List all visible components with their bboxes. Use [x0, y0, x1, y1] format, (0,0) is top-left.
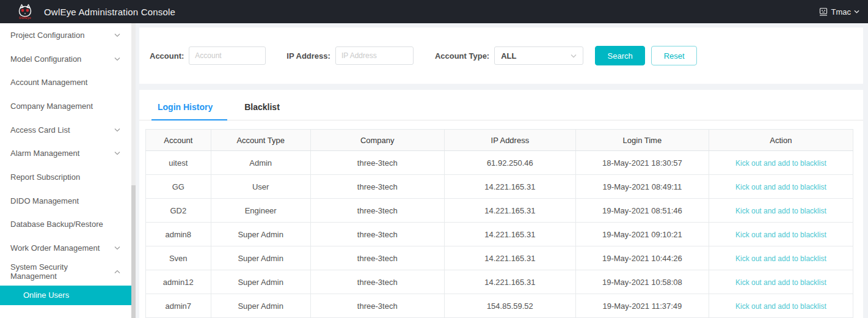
cell-action: Kick out and add to blacklist: [709, 199, 853, 223]
sidebar-item-model-configuration[interactable]: Model Configuration: [0, 47, 131, 71]
sidebar-item-label: Model Configuration: [10, 54, 114, 64]
cell-action: Kick out and add to blacklist: [709, 270, 853, 294]
table-row: GG User three-3tech 14.221.165.31 19-May…: [146, 175, 853, 199]
content-panel: Login History Blacklist Account Account …: [139, 90, 863, 318]
account-type-select[interactable]: ALL: [494, 46, 583, 65]
cell-login-time: 19-May-2021 11:37:49: [576, 294, 709, 318]
sidebar-item-work-order-management[interactable]: Work Order Management: [0, 236, 131, 260]
cell-account-type: Super Admin: [211, 246, 310, 270]
cell-account: GD2: [146, 199, 211, 223]
cell-login-time: 19-May-2021 10:44:26: [576, 246, 709, 270]
cell-account-type: Engineer: [211, 199, 310, 223]
cell-account: admin12: [146, 270, 211, 294]
search-filter-panel: Account: IP Address: Account Type: ALL S…: [139, 28, 863, 84]
id-badge-icon: [819, 7, 828, 17]
cell-login-time: 18-May-2021 18:30:57: [576, 151, 709, 175]
sidebar-item-label: Project Configuration: [10, 31, 114, 40]
tab-blacklist[interactable]: Blacklist: [241, 102, 283, 120]
sidebar-item-system-security-management[interactable]: System Security Management: [0, 260, 131, 284]
reset-button[interactable]: Reset: [651, 46, 697, 65]
kick-out-blacklist-link[interactable]: Kick out and add to blacklist: [735, 159, 826, 168]
cell-account-type: Super Admin: [211, 270, 310, 294]
kick-out-blacklist-link[interactable]: Kick out and add to blacklist: [735, 231, 826, 239]
account-input[interactable]: [189, 46, 266, 65]
cell-ip-address: 61.92.250.46: [444, 151, 575, 175]
col-header-company: Company: [310, 130, 444, 151]
table-header-row: Account Account Type Company IP Address …: [146, 130, 853, 151]
tab-login-history[interactable]: Login History: [154, 102, 216, 120]
cell-account: Sven: [146, 246, 211, 270]
table-row: uitest Admin three-3tech 61.92.250.46 18…: [146, 151, 853, 175]
sidebar-item-label: Online Users: [23, 290, 114, 300]
user-menu[interactable]: Tmac: [819, 7, 860, 17]
kick-out-blacklist-link[interactable]: Kick out and add to blacklist: [735, 207, 826, 215]
sidebar-item-database-backup-restore[interactable]: Database Backup/Restore: [0, 213, 131, 237]
table-row: GD2 Engineer three-3tech 14.221.165.31 1…: [146, 199, 853, 223]
col-header-ip-address: IP Address: [444, 130, 575, 151]
table-row: admin7 Super Admin three-3tech 154.85.59…: [146, 294, 853, 318]
cell-ip-address: 14.221.165.31: [444, 175, 575, 199]
owl-icon: [17, 4, 33, 17]
sidebar-item-label: Alarm Management: [10, 149, 114, 158]
sidebar-item-project-configuration[interactable]: Project Configuration: [0, 23, 131, 47]
chevron-icon: [114, 57, 120, 61]
kick-out-blacklist-link[interactable]: Kick out and add to blacklist: [735, 254, 826, 263]
sidebar-item-dido-management[interactable]: DIDO Management: [0, 189, 131, 213]
top-header: OwlEye OwlEye Administration Console Tma…: [0, 0, 868, 23]
sidebar-item-access-card-list[interactable]: Access Card List: [0, 118, 131, 142]
cell-action: Kick out and add to blacklist: [709, 246, 853, 270]
sidebar-item-alarm-management[interactable]: Alarm Management: [0, 141, 131, 165]
cell-account: admin8: [146, 223, 211, 246]
cell-account: GG: [146, 175, 211, 199]
sidebar-item-label: Report Subscription: [10, 172, 114, 182]
account-type-value: ALL: [501, 51, 571, 61]
account-type-label: Account Type:: [435, 51, 489, 61]
cell-ip-address: 154.85.59.52: [444, 294, 575, 318]
owleye-logo: OwlEye: [15, 4, 35, 20]
cell-company: three-3tech: [310, 199, 444, 223]
sidebar-item-label: Access Card List: [10, 125, 114, 135]
cell-company: three-3tech: [310, 246, 444, 270]
cell-account-type: User: [211, 175, 310, 199]
sidebar-nav: Project Configuration Model Configuratio…: [0, 23, 131, 318]
scrollbar-thumb[interactable]: [131, 185, 136, 318]
cell-login-time: 19-May-2021 09:10:21: [576, 223, 709, 246]
cell-ip-address: 14.221.165.31: [444, 270, 575, 294]
cell-ip-address: 14.221.165.31: [444, 199, 575, 223]
sidebar-item-label: Database Backup/Restore: [10, 220, 114, 229]
chevron-icon: [114, 128, 120, 132]
ip-address-input[interactable]: [335, 46, 414, 65]
chevron-icon: [114, 151, 120, 155]
chevron-down-icon: [854, 10, 859, 13]
sidebar-item-label: System Security Management: [10, 262, 114, 281]
sidebar-item-online-users[interactable]: Online Users: [0, 286, 131, 305]
cell-ip-address: 14.221.165.31: [444, 223, 575, 246]
col-header-account: Account: [146, 130, 211, 151]
search-button[interactable]: Search: [595, 46, 645, 65]
kick-out-blacklist-link[interactable]: Kick out and add to blacklist: [735, 183, 826, 191]
kick-out-blacklist-link[interactable]: Kick out and add to blacklist: [735, 302, 826, 311]
cell-login-time: 19-May-2021 08:49:11: [576, 175, 709, 199]
table-row: admin12 Super Admin three-3tech 14.221.1…: [146, 270, 853, 294]
cell-company: three-3tech: [310, 223, 444, 246]
sidebar-item-company-management[interactable]: Company Management: [0, 94, 131, 118]
sidebar-item-label: Work Order Management: [10, 243, 114, 253]
sidebar-scrollbar[interactable]: [131, 23, 136, 318]
user-name: Tmac: [831, 7, 852, 17]
table-body: uitest Admin three-3tech 61.92.250.46 18…: [146, 151, 853, 318]
chevron-icon: [114, 246, 120, 250]
cell-login-time: 19-May-2021 10:58:08: [576, 270, 709, 294]
sidebar-item-label: Account Management: [10, 78, 114, 87]
sidebar-item-account-management[interactable]: Account Management: [0, 70, 131, 94]
cell-company: three-3tech: [310, 294, 444, 318]
cell-ip-address: 14.221.165.31: [444, 246, 575, 270]
chevron-icon: [114, 33, 120, 37]
sidebar-item-report-subscription[interactable]: Report Subscription: [0, 165, 131, 189]
col-header-login-time: Login Time: [576, 130, 709, 151]
cell-account-type: Admin: [211, 151, 310, 175]
cell-action: Kick out and add to blacklist: [709, 294, 853, 318]
cell-account: uitest: [146, 151, 211, 175]
login-history-table: Account Account Type Company IP Address …: [145, 129, 853, 318]
kick-out-blacklist-link[interactable]: Kick out and add to blacklist: [735, 278, 826, 287]
cell-company: three-3tech: [310, 270, 444, 294]
